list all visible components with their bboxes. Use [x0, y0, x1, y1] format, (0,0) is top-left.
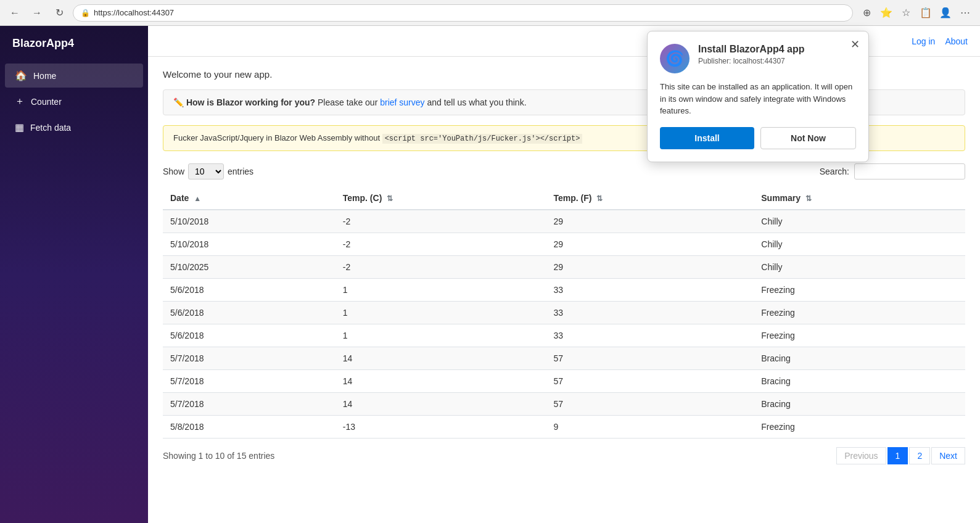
cell-summary: Bracing — [754, 347, 965, 370]
table-row: 5/7/20181457Bracing — [163, 393, 965, 416]
cell-temp_f: 57 — [546, 370, 754, 393]
sort-both-icon-c: ⇅ — [387, 194, 393, 203]
home-icon: 🏠 — [15, 70, 27, 81]
entries-label: entries — [228, 167, 253, 176]
table-header: Date ▲ Temp. (C) ⇅ Temp. (F) ⇅ Summary — [163, 187, 965, 210]
install-popup-info: Install BlazorApp4 app Publisher: localh… — [698, 44, 804, 65]
cell-date: 5/10/2025 — [163, 256, 336, 279]
survey-suffix-text: and tell us what you think. — [427, 97, 526, 107]
favorites-button[interactable]: ☆ — [897, 4, 915, 22]
pencil-icon: ✏️ — [173, 97, 184, 107]
cell-temp_f: 33 — [546, 302, 754, 324]
cell-temp_c: 14 — [336, 393, 546, 416]
survey-link[interactable]: brief survey — [380, 97, 424, 107]
cell-summary: Freezing — [754, 324, 965, 347]
cell-date: 5/6/2018 — [163, 324, 336, 347]
cell-temp_c: 14 — [336, 370, 546, 393]
search-label: Search: — [820, 167, 849, 176]
previous-button[interactable]: Previous — [836, 447, 886, 464]
col-temp-f[interactable]: Temp. (F) ⇅ — [546, 187, 754, 210]
cell-temp_c: -2 — [336, 256, 546, 279]
col-temp-c[interactable]: Temp. (C) ⇅ — [336, 187, 546, 210]
col-date[interactable]: Date ▲ — [163, 187, 336, 210]
show-entries-control: Show 10 25 50 100 entries — [163, 163, 253, 179]
app-icon: 🌀 — [660, 44, 690, 73]
install-button[interactable]: Install — [660, 127, 754, 149]
sidebar-item-home[interactable]: 🏠 Home — [5, 64, 143, 88]
page-1-button[interactable]: 1 — [887, 447, 908, 464]
table-row: 5/6/2018133Freezing — [163, 279, 965, 302]
col-temp-c-label: Temp. (C) — [343, 193, 382, 203]
plus-icon: ＋ — [15, 95, 25, 108]
cell-summary: Bracing — [754, 370, 965, 393]
back-button[interactable]: ← — [6, 4, 23, 22]
install-popup-title: Install BlazorApp4 app — [698, 44, 804, 55]
survey-middle-text: Please take our — [318, 97, 380, 107]
profile-button[interactable]: ⭐ — [878, 4, 895, 22]
sort-both-icon-s: ⇅ — [805, 194, 812, 203]
app-brand: BlazorApp4 — [0, 26, 148, 61]
url-text: https://localhost:44307 — [94, 8, 174, 17]
cell-date: 5/6/2018 — [163, 302, 336, 324]
col-summary[interactable]: Summary ⇅ — [754, 187, 965, 210]
col-date-label: Date — [170, 193, 189, 203]
entries-select[interactable]: 10 25 50 100 — [188, 163, 224, 179]
cell-temp_c: 14 — [336, 347, 546, 370]
table-row: 5/7/20181457Bracing — [163, 347, 965, 370]
browser-chrome: ← → ↻ 🔒 https://localhost:44307 ⊕ ⭐ ☆ 📋 … — [0, 0, 980, 26]
sidebar: BlazorApp4 🏠 Home ＋ Counter ▦ Fetch data — [0, 26, 148, 523]
cell-temp_f: 33 — [546, 324, 754, 347]
page-2-button[interactable]: 2 — [909, 447, 930, 464]
browser-right-icons: ⊕ ⭐ ☆ 📋 👤 ⋯ — [858, 4, 974, 22]
lock-icon: 🔒 — [81, 9, 90, 17]
search-control: Search: — [820, 163, 965, 179]
sidebar-item-home-label: Home — [33, 71, 56, 81]
cell-temp_f: 29 — [546, 256, 754, 279]
next-button[interactable]: Next — [931, 447, 965, 464]
sort-asc-icon: ▲ — [194, 194, 201, 203]
cell-date: 5/10/2018 — [163, 210, 336, 233]
cell-temp_f: 9 — [546, 416, 754, 439]
cell-temp_c: 1 — [336, 302, 546, 324]
cell-temp_f: 29 — [546, 233, 754, 256]
menu-button[interactable]: ⋯ — [957, 4, 974, 22]
cell-temp_c: -2 — [336, 210, 546, 233]
forward-button[interactable]: → — [28, 4, 46, 22]
extensions-button[interactable]: ⊕ — [858, 4, 875, 22]
about-link[interactable]: About — [945, 36, 968, 46]
app-container: BlazorApp4 🏠 Home ＋ Counter ▦ Fetch data… — [0, 26, 980, 523]
cell-temp_f: 33 — [546, 279, 754, 302]
cell-date: 5/7/2018 — [163, 393, 336, 416]
reload-button[interactable]: ↻ — [51, 4, 68, 22]
sidebar-item-counter[interactable]: ＋ Counter — [5, 89, 143, 114]
pagination-buttons: Previous 1 2 Next — [836, 447, 965, 464]
search-input[interactable] — [854, 163, 965, 179]
table-row: 5/10/2018-229Chilly — [163, 210, 965, 233]
code-snippet: <script src='YouPath/js/Fucker.js'></scr… — [382, 134, 583, 144]
cell-date: 5/10/2018 — [163, 233, 336, 256]
not-now-button[interactable]: Not Now — [760, 127, 856, 149]
cell-summary: Bracing — [754, 393, 965, 416]
cell-summary: Freezing — [754, 416, 965, 439]
popup-close-button[interactable]: ✕ — [850, 39, 860, 50]
sidebar-item-counter-label: Counter — [31, 97, 62, 107]
cell-summary: Chilly — [754, 233, 965, 256]
login-link[interactable]: Log in — [912, 36, 935, 46]
install-popup-publisher: Publisher: localhost:44307 — [698, 57, 804, 65]
collections-button[interactable]: 📋 — [917, 4, 934, 22]
cell-summary: Freezing — [754, 279, 965, 302]
sidebar-item-fetchdata[interactable]: ▦ Fetch data — [5, 115, 143, 139]
table-row: 5/7/20181457Bracing — [163, 370, 965, 393]
cell-temp_c: -2 — [336, 233, 546, 256]
col-summary-label: Summary — [761, 193, 801, 203]
cell-temp_f: 57 — [546, 393, 754, 416]
cell-temp_c: 1 — [336, 324, 546, 347]
address-bar[interactable]: 🔒 https://localhost:44307 — [73, 4, 853, 22]
sort-both-icon-f: ⇅ — [596, 194, 603, 203]
table-row: 5/6/2018133Freezing — [163, 324, 965, 347]
app-icon-symbol: 🌀 — [665, 50, 684, 67]
cell-summary: Freezing — [754, 302, 965, 324]
cell-temp_c: -13 — [336, 416, 546, 439]
user-account-button[interactable]: 👤 — [937, 4, 954, 22]
cell-temp_f: 57 — [546, 347, 754, 370]
